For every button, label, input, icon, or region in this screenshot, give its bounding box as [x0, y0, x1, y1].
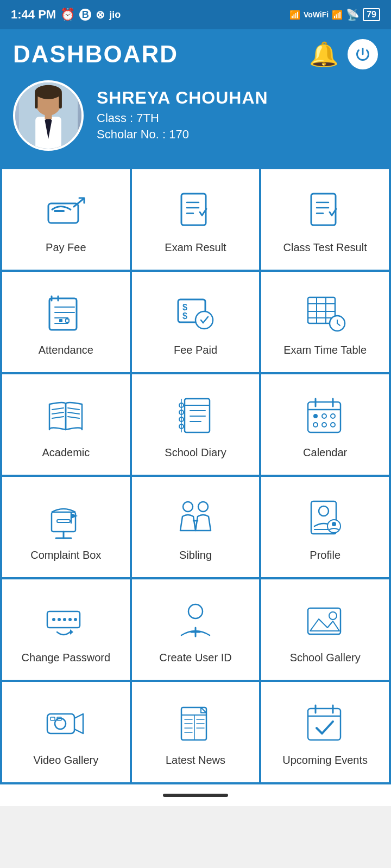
school-diary-icon: [174, 394, 217, 438]
video-gallery-icon: [44, 702, 87, 745]
svg-point-83: [52, 618, 55, 621]
svg-rect-4: [59, 92, 62, 108]
grid-item-exam-time-table[interactable]: Exam Time Table: [261, 272, 389, 372]
svg-line-43: [52, 412, 64, 414]
header: DASHBOARD 🔔: [0, 29, 391, 167]
sibling-label: Sibling: [179, 548, 212, 562]
class-test-result-label: Class Test Result: [283, 240, 367, 254]
grid-item-create-user-id[interactable]: Create User ID: [132, 579, 260, 680]
power-button[interactable]: [348, 39, 378, 69]
svg-rect-92: [308, 608, 340, 634]
grid-item-upcoming-events[interactable]: Upcoming Events: [261, 682, 389, 782]
svg-point-93: [329, 612, 337, 620]
profile-name: SHREYA CHOUHAN: [97, 88, 268, 108]
grid-item-pay-fee[interactable]: Pay Fee: [2, 169, 130, 270]
grid-item-profile[interactable]: Profile: [261, 477, 389, 577]
grid-item-school-diary[interactable]: School Diary: [132, 374, 260, 475]
grid-item-complaint-box[interactable]: Complaint Box: [2, 477, 130, 577]
svg-point-66: [322, 423, 326, 427]
notification-bell-icon[interactable]: 🔔: [309, 40, 339, 68]
header-top: DASHBOARD 🔔: [13, 39, 378, 69]
grid-item-exam-result[interactable]: Exam Result: [132, 169, 260, 270]
svg-rect-7: [45, 114, 52, 119]
profile-info: SHREYA CHOUHAN Class : 7TH Scholar No. :…: [97, 88, 268, 144]
grid-item-sibling[interactable]: Sibling: [132, 477, 260, 577]
time-display: 1:44 PM: [11, 8, 56, 22]
grid-item-attendance[interactable]: Attendance: [2, 272, 130, 372]
svg-line-45: [68, 408, 79, 410]
battery-display: 79: [363, 8, 380, 21]
svg-point-65: [313, 423, 318, 427]
svg-point-64: [331, 414, 335, 418]
school-gallery-icon: [304, 599, 347, 643]
svg-point-87: [74, 618, 77, 621]
svg-point-2: [35, 85, 62, 99]
grid-item-class-test-result[interactable]: Class Test Result: [261, 169, 389, 270]
svg-rect-96: [51, 717, 55, 720]
grid-item-latest-news[interactable]: Latest News: [132, 682, 260, 782]
academic-label: Academic: [42, 445, 90, 459]
status-left: 1:44 PM ⏰ B ⊗ jio: [11, 8, 121, 22]
svg-rect-24: [66, 319, 69, 322]
profile-scholar: Scholar No. : 170: [97, 127, 268, 142]
jio-label: jio: [109, 9, 121, 21]
calendar-label: Calendar: [303, 445, 347, 459]
upcoming-events-label: Upcoming Events: [282, 753, 368, 767]
grid-item-calendar[interactable]: Calendar: [261, 374, 389, 475]
svg-rect-109: [308, 709, 340, 740]
grid-item-academic[interactable]: Academic: [2, 374, 130, 475]
exam-timetable-icon: [304, 292, 347, 335]
svg-point-75: [198, 502, 208, 512]
exam-result-icon: [174, 189, 217, 233]
svg-text:$: $: [182, 311, 187, 321]
svg-line-47: [68, 417, 79, 418]
dashboard-grid: Pay Fee Exam Result Class Test Res: [0, 167, 391, 784]
status-right: 📶 VoWiFi 📶 📡 79: [289, 8, 380, 21]
grid-item-video-gallery[interactable]: Video Gallery: [2, 682, 130, 782]
signal-icon: 📶: [289, 10, 300, 20]
bottom-bar: [0, 784, 391, 806]
school-gallery-label: School Gallery: [290, 650, 361, 665]
svg-point-89: [188, 604, 203, 618]
upcoming-events-icon: [304, 702, 347, 745]
svg-point-81: [332, 522, 336, 526]
wifi-icon: 📡: [346, 8, 360, 21]
change-password-icon: [44, 599, 87, 643]
grid-item-school-gallery[interactable]: School Gallery: [261, 579, 389, 680]
video-gallery-label: Video Gallery: [33, 753, 98, 767]
avatar-image: [13, 80, 84, 151]
fee-paid-icon: $ $: [174, 292, 217, 335]
svg-point-30: [197, 312, 212, 328]
complaint-box-icon: [44, 497, 87, 540]
svg-point-67: [331, 423, 335, 427]
grid-item-fee-paid[interactable]: $ $ Fee Paid: [132, 272, 260, 372]
b-icon: B: [79, 9, 91, 21]
svg-point-86: [68, 618, 72, 621]
svg-line-44: [52, 417, 64, 418]
class-test-result-icon: [304, 189, 347, 233]
complaint-box-label: Complaint Box: [30, 548, 101, 562]
profile-label: Profile: [310, 548, 340, 562]
svg-rect-58: [308, 402, 340, 432]
pay-fee-icon: [44, 189, 87, 233]
svg-rect-14: [311, 194, 336, 225]
svg-rect-18: [49, 298, 77, 330]
calendar-icon: [304, 394, 347, 438]
attendance-label: Attendance: [39, 343, 93, 357]
grid-item-change-password[interactable]: Change Password: [2, 579, 130, 680]
svg-marker-88: [70, 629, 73, 635]
svg-text:$: $: [182, 303, 187, 312]
svg-marker-73: [71, 513, 78, 519]
svg-line-42: [52, 408, 64, 410]
svg-rect-10: [181, 194, 206, 225]
svg-rect-9: [54, 210, 65, 212]
sibling-icon: [174, 497, 217, 540]
profile-class: Class : 7TH: [97, 111, 268, 125]
svg-point-63: [322, 414, 326, 418]
page-title: DASHBOARD: [13, 41, 178, 68]
signal2-icon: 📶: [332, 10, 343, 20]
status-bar: 1:44 PM ⏰ B ⊗ jio 📶 VoWiFi 📶 📡 79: [0, 0, 391, 29]
home-indicator: [163, 794, 228, 797]
svg-rect-3: [35, 92, 37, 108]
school-diary-label: School Diary: [165, 445, 226, 459]
